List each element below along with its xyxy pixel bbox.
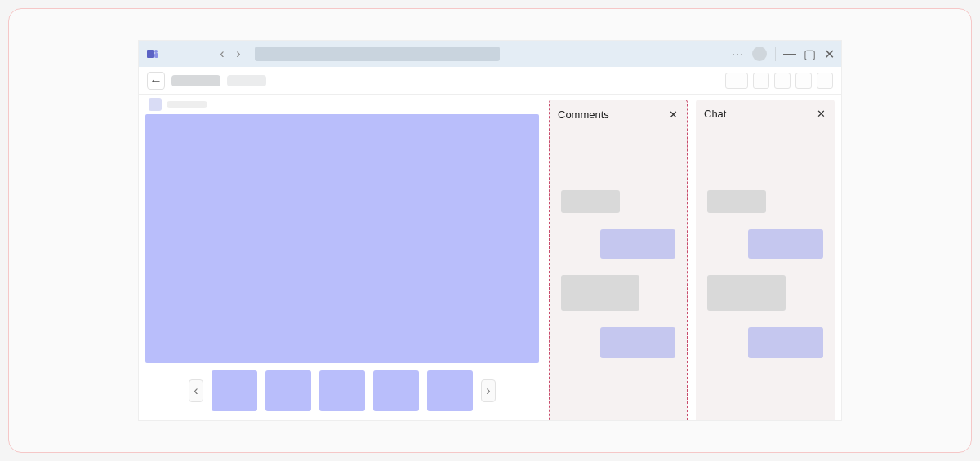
more-button[interactable]: ··· [732,47,744,60]
nav-arrows: ‹ › [216,47,245,60]
thumbnail[interactable] [265,370,311,411]
thumbnail[interactable] [212,370,257,411]
divider [775,47,776,61]
comments-panel: Comments ✕ [549,100,688,420]
nav-forward-button[interactable]: › [232,47,245,60]
nav-back-button[interactable]: ‹ [216,47,229,60]
thumb-prev-button[interactable]: ‹ [189,379,203,402]
chat-title: Chat [704,108,726,120]
app-window: ‹ › ··· — ▢ ✕ ← [139,41,841,420]
chat-msg-outgoing[interactable] [748,327,823,358]
thumbnail[interactable] [427,370,473,411]
comment-msg-incoming[interactable] [561,275,639,311]
breadcrumb-primary[interactable] [172,75,220,86]
content-column: ‹ › [139,95,546,420]
toolbar-action-4[interactable] [795,73,812,89]
participant-avatar [149,98,162,111]
subheader: ← [139,67,841,95]
minimize-button[interactable]: — [784,48,795,60]
thumbnail-strip: ‹ › [145,368,539,414]
svg-rect-0 [147,50,154,58]
main: ‹ › Comments ✕ [139,95,841,420]
search-input[interactable] [255,47,500,61]
comments-header: Comments ✕ [550,100,687,128]
toolbar [725,73,833,89]
back-button[interactable]: ← [147,72,165,90]
thumb-next-button[interactable]: › [481,379,496,402]
chat-msg-incoming[interactable] [707,190,766,213]
titlebar-right: ··· — ▢ ✕ [732,47,835,61]
comment-msg-incoming[interactable] [561,190,620,213]
doc-frame: ‹ › ··· — ▢ ✕ ← [8,8,972,453]
svg-point-1 [154,50,158,53]
titlebar: ‹ › ··· — ▢ ✕ [139,41,841,67]
toolbar-action-1[interactable] [725,73,748,89]
breadcrumb-secondary[interactable] [227,75,266,86]
toolbar-action-2[interactable] [753,73,769,89]
comments-body [550,128,687,420]
comment-msg-outgoing[interactable] [600,327,675,358]
comments-title: Comments [558,109,609,121]
svg-rect-2 [154,53,158,58]
chat-body [696,127,835,420]
chat-panel: Chat ✕ [696,100,835,420]
chat-close-button[interactable]: ✕ [815,108,826,119]
chat-msg-incoming[interactable] [707,275,786,311]
comments-close-button[interactable]: ✕ [667,109,679,120]
toolbar-action-5[interactable] [817,73,833,89]
toolbar-action-3[interactable] [774,73,791,89]
main-stage[interactable] [145,114,539,363]
chat-header: Chat ✕ [696,100,835,127]
participant-name-placeholder [167,101,207,108]
avatar[interactable] [752,47,767,61]
chat-msg-outgoing[interactable] [748,229,823,259]
thumbnail[interactable] [319,370,365,411]
comment-msg-outgoing[interactable] [600,229,675,259]
participant-row [145,98,539,111]
maximize-button[interactable]: ▢ [804,48,815,60]
side-panels: Comments ✕ Chat ✕ [546,95,841,420]
thumbnail[interactable] [373,370,419,411]
close-button[interactable]: ✕ [823,48,835,60]
teams-icon [145,47,160,61]
